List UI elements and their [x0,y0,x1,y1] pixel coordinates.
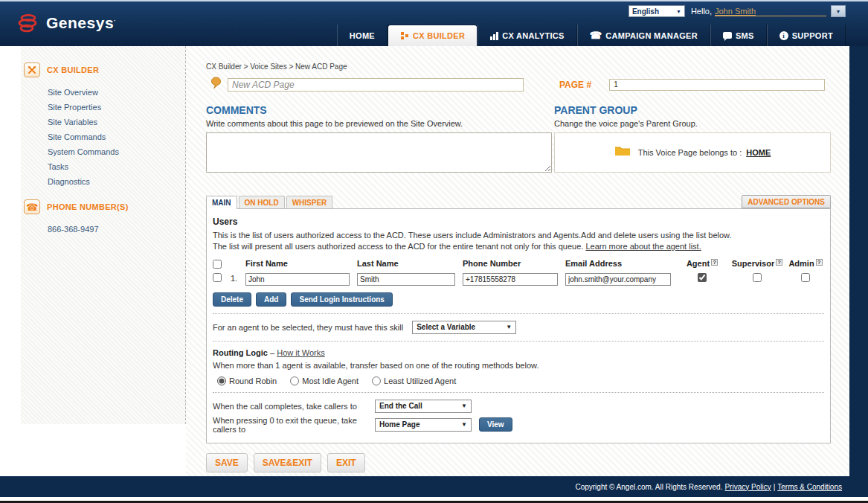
main-content: CX Builder > Voice Sites > New ACD Page … [186,46,849,476]
belongs-text: This Voice Page belongs to : [638,148,742,157]
nav-sms[interactable]: SMS [710,25,767,46]
parent-group-section: PARENT GROUP Change the voice page's Par… [554,104,831,176]
user-bar: English ▼ Hello, John Smith ▼ [629,4,846,18]
speech-bubble-icon [723,32,732,39]
comments-parent-row: COMMENTS Write comments about this page … [206,104,831,176]
sidebar-item-tasks[interactable]: Tasks [21,159,185,174]
call-completes-row: When the call completes, take callers to… [213,400,824,413]
sidebar-item-site-properties[interactable]: Site Properties [21,100,185,115]
col-first-name: First Name [245,259,357,271]
admin-help-icon[interactable]: ? [816,259,823,266]
comments-title: COMMENTS [206,104,552,116]
round-robin-radio[interactable] [217,377,226,385]
sidebar-item-diagnostics[interactable]: Diagnostics [21,174,185,189]
main-tab-panel: Users This is the list of users authoriz… [206,208,831,443]
add-button[interactable]: Add [256,292,286,307]
call-completes-select[interactable]: End the Call ▼ [375,400,472,413]
most-idle-agent-radio[interactable] [290,377,299,385]
tab-bar: MAIN ON HOLD WHISPER ADVANCED OPTIONS [206,195,831,208]
genesys-logo[interactable]: Genesys· [16,12,116,34]
phone-icon: ☎ [24,199,40,214]
info-icon: i [779,31,788,40]
last-name-input[interactable] [357,273,455,286]
nav-cx-builder[interactable]: CX BUILDER [388,25,478,46]
email-address-input[interactable] [565,273,671,286]
admin-checkbox[interactable] [801,273,810,282]
main-nav: HOME CX BUILDER CX ANALYTICS ☎ CAMPAIGN … [337,24,846,46]
routing-logic-header: Routing Logic – How it Works [213,348,824,357]
user-menu-button[interactable]: ▼ [831,5,846,17]
language-select[interactable]: English ▼ [629,5,685,17]
privacy-policy-link[interactable]: Privacy Policy [724,483,771,491]
comments-section: COMMENTS Write comments about this page … [206,104,552,176]
agent-list-link[interactable]: Learn more about the agent list. [585,242,701,251]
view-button[interactable]: View [479,417,512,432]
delete-button[interactable]: Delete [213,292,251,307]
copyright-text: Copyright © Angel.com. All Rights Reserv… [575,483,722,491]
sidebar-item-site-commands[interactable]: Site Commands [21,129,185,144]
tab-on-hold[interactable]: ON HOLD [239,196,285,208]
nav-campaign-manager[interactable]: ☎ CAMPAIGN MANAGER [577,25,710,46]
parent-group-home-link[interactable]: HOME [746,148,771,157]
chevron-down-icon: ▼ [836,9,841,14]
page-number-label: PAGE # [559,80,591,90]
nav-home[interactable]: HOME [337,25,388,46]
nav-support[interactable]: i SUPPORT [767,25,846,46]
sidebar-item-site-overview[interactable]: Site Overview [21,85,185,100]
row-checkbox[interactable] [213,273,222,282]
sidebar-item-site-variables[interactable]: Site Variables [21,115,185,129]
tab-main[interactable]: MAIN [206,196,237,209]
call-completes-label: When the call completes, take callers to [213,402,375,411]
phone-number-input[interactable] [463,273,558,286]
users-title: Users [213,217,824,227]
save-button[interactable]: SAVE [206,453,248,472]
voice-page-icon [210,77,222,92]
sidebar-section-phone-numbers[interactable]: ☎ PHONE NUMBER(S) [24,199,185,214]
nav-cx-analytics[interactable]: CX ANALYTICS [478,25,576,46]
routing-options: Round Robin Most Idle Agent Least Utiliz… [217,377,824,385]
sidebar-item-system-commands[interactable]: System Commands [21,144,185,159]
chevron-down-icon: ▼ [461,421,467,428]
tab-advanced-options[interactable]: ADVANCED OPTIONS [742,195,831,208]
least-utilized-agent-radio[interactable] [372,377,381,385]
sidebar-section-cx-builder[interactable]: CX BUILDER [24,63,185,77]
save-exit-button[interactable]: SAVE&EXIT [254,453,321,472]
skill-row: For an agent to be selected, they must h… [213,321,824,334]
divider [213,313,824,314]
cx-builder-icon [400,31,409,40]
col-last-name: Last Name [357,259,463,271]
tab-whisper[interactable]: WHISPER [286,196,333,208]
col-email-address: Email Address [565,259,677,271]
exit-queue-row: When pressing 0 to exit the queue, take … [213,416,824,434]
agent-help-icon[interactable]: ? [711,259,718,266]
supervisor-help-icon[interactable]: ? [776,259,782,266]
select-all-checkbox[interactable] [213,260,222,269]
users-table-header: First Name Last Name Phone Number Email … [213,258,824,272]
exit-queue-label: When pressing 0 to exit the queue, take … [213,416,375,434]
supervisor-checkbox[interactable] [753,273,762,282]
footer: Copyright © Angel.com. All Rights Reserv… [0,476,868,497]
page-name-input[interactable] [228,78,524,92]
exit-button[interactable]: EXIT [327,453,365,472]
sidebar-item-phone-number[interactable]: 866-368-9497 [21,222,185,237]
tools-icon [24,63,40,77]
language-value: English [632,7,659,16]
skill-select[interactable]: Select a Variable ▼ [412,321,516,334]
phone-icon: ☎ [590,31,602,40]
how-it-works-link[interactable]: How it Works [277,348,325,357]
exit-queue-select[interactable]: Home Page ▼ [375,418,472,432]
breadcrumb: CX Builder > Voice Sites > New ACD Page [206,63,831,71]
page-number-input[interactable] [609,79,825,91]
col-agent: Agent? [677,259,727,271]
first-name-input[interactable] [245,273,350,286]
left-gutter [0,46,21,476]
terms-conditions-link[interactable]: Terms & Conditions [777,483,842,491]
agent-checkbox[interactable] [698,273,707,282]
skill-label: For an agent to be selected, they must h… [213,323,403,332]
user-name-link[interactable]: John Smith [715,7,826,16]
folder-icon [614,145,631,160]
page-actions: SAVE SAVE&EXIT EXIT [206,453,831,472]
parent-group-title: PARENT GROUP [554,104,831,116]
send-login-instructions-button[interactable]: Send Login Instructions [291,292,392,307]
comments-textarea[interactable] [206,132,552,173]
